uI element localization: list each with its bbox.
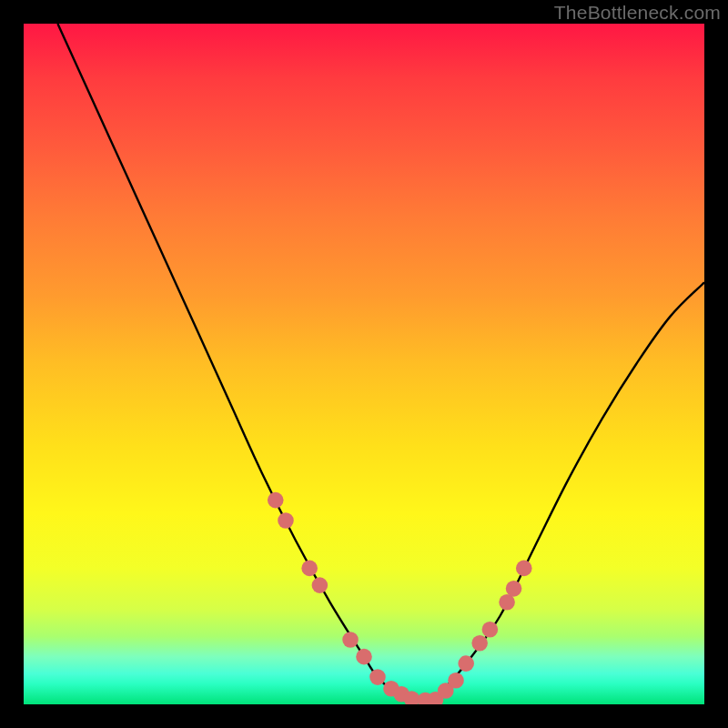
marker-dot xyxy=(458,655,474,672)
marker-dot xyxy=(448,672,464,689)
marker-dot xyxy=(342,632,359,648)
plot-area xyxy=(24,24,704,704)
marker-dot xyxy=(471,635,488,652)
marker-dot xyxy=(301,561,318,577)
watermark-text: TheBottleneck.com xyxy=(554,2,721,24)
bottleneck-curve xyxy=(57,24,704,702)
marker-dot xyxy=(268,492,284,509)
marker-dot xyxy=(312,577,329,593)
curve-layer xyxy=(24,24,704,704)
marker-dot xyxy=(499,594,515,611)
marker-dot xyxy=(516,561,532,577)
marker-dot xyxy=(482,622,499,638)
chart-frame: TheBottleneck.com xyxy=(0,0,728,728)
marker-dot xyxy=(369,669,386,685)
marker-group xyxy=(268,492,532,704)
marker-dot xyxy=(506,581,522,597)
marker-dot xyxy=(278,512,294,529)
marker-dot xyxy=(356,649,372,665)
